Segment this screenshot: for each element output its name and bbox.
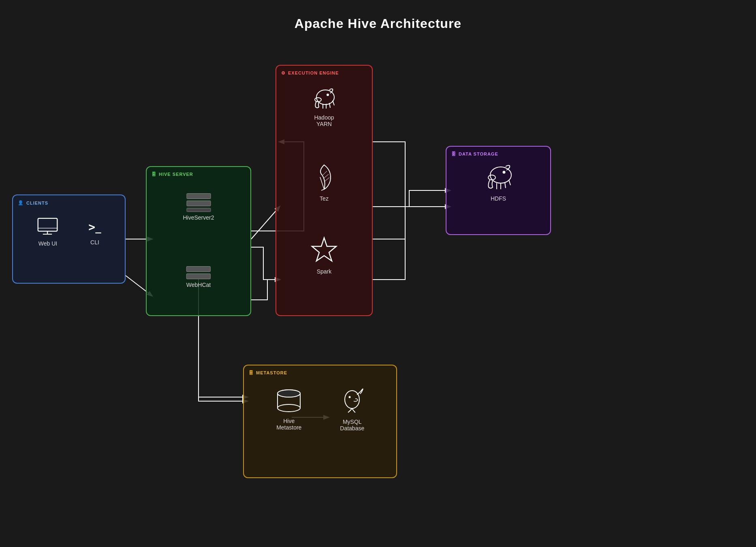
stack-rect-1 bbox=[186, 193, 211, 199]
clients-label: 👤 CLIENTS bbox=[18, 200, 120, 205]
hiveserver2-component: HiveServer2 bbox=[183, 193, 214, 221]
mysql-icon bbox=[340, 387, 364, 414]
svg-point-21 bbox=[349, 396, 351, 398]
webui-item: Web UI bbox=[36, 218, 59, 247]
execution-icon: ⚙ bbox=[281, 71, 286, 76]
diagram-container: 👤 CLIENTS Web UI >_ CLI bbox=[0, 32, 756, 547]
hive-server-label: 🗄 HIVE SERVER bbox=[152, 172, 246, 177]
hive-server-box: 🗄 HIVE SERVER HiveServer2 WebHCat bbox=[146, 166, 251, 316]
execution-engine-label: ⚙ EXECUTION ENGINE bbox=[281, 71, 367, 76]
cli-item: >_ CLI bbox=[88, 219, 101, 246]
cli-icon: >_ bbox=[88, 219, 101, 233]
hadoop-yarn-component: Hadoop YARN bbox=[310, 86, 338, 127]
tez-feather-icon bbox=[314, 163, 334, 191]
data-storage-box: 🗄 DATA STORAGE HDFS bbox=[446, 146, 551, 235]
monitor-icon bbox=[36, 218, 59, 235]
svg-point-19 bbox=[278, 390, 300, 397]
page-title: Apache Hive Architecture bbox=[0, 0, 756, 31]
hdfs-component: HDFS bbox=[482, 163, 515, 202]
mysql-item: MySQL Database bbox=[340, 387, 364, 432]
stack-rect-4 bbox=[186, 266, 211, 272]
data-storage-label: 🗄 DATA STORAGE bbox=[451, 152, 545, 156]
execution-engine-box: ⚙ EXECUTION ENGINE Hadoop YARN bbox=[275, 65, 373, 316]
svg-point-14 bbox=[503, 171, 506, 174]
spark-star-icon bbox=[310, 236, 338, 264]
stack-rect-2 bbox=[186, 201, 211, 206]
tez-component: Tez bbox=[314, 163, 334, 202]
metastore-icon: 🗄 bbox=[249, 370, 254, 375]
clients-icon: 👤 bbox=[18, 200, 24, 205]
svg-point-18 bbox=[278, 404, 300, 412]
stack-rect-3 bbox=[186, 208, 211, 212]
stack-rect-5 bbox=[186, 274, 211, 279]
webhcat-component: WebHCat bbox=[186, 266, 211, 288]
clients-box: 👤 CLIENTS Web UI >_ CLI bbox=[12, 194, 126, 284]
svg-point-10 bbox=[327, 94, 329, 96]
hive-metastore-item: Hive Metastore bbox=[276, 389, 302, 431]
hdfs-elephant-icon bbox=[482, 163, 515, 191]
hive-server-icon: 🗄 bbox=[152, 172, 156, 177]
metastore-label: 🗄 METASTORE bbox=[249, 370, 391, 375]
metastore-box: 🗄 METASTORE Hive Metastore bbox=[243, 365, 397, 478]
data-storage-icon: 🗄 bbox=[451, 152, 456, 156]
cylinder-icon bbox=[276, 389, 302, 413]
hadoop-elephant-icon bbox=[310, 86, 338, 110]
spark-component: Spark bbox=[310, 236, 338, 275]
svg-rect-4 bbox=[38, 218, 58, 231]
svg-marker-11 bbox=[312, 238, 336, 261]
